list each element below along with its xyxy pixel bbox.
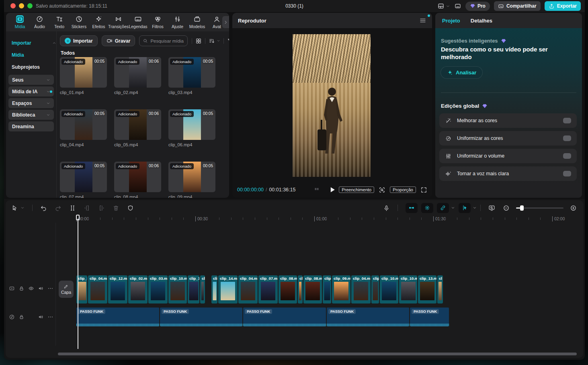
video-clip[interactable]: clip_03.m	[148, 275, 168, 303]
media-item[interactable]: Adicionado00:06clip_05.mp4	[114, 109, 161, 147]
zoom-in-button[interactable]	[570, 205, 577, 211]
chevron-down-icon[interactable]	[473, 206, 477, 210]
video-clip[interactable]: clip_12.m	[108, 275, 127, 303]
grid-view-icon[interactable]	[195, 38, 202, 44]
redo-button[interactable]	[55, 205, 61, 211]
video-clip[interactable]: cli	[211, 275, 217, 303]
edit-card-wand[interactable]: Melhorar as cores	[439, 113, 577, 128]
tab-filtros[interactable]: Filtros	[148, 15, 168, 29]
media-item[interactable]: Adicionado00:05clip_07.mp4	[60, 162, 107, 198]
share-button[interactable]: Compartilhar	[494, 1, 541, 11]
fullscreen-icon[interactable]	[420, 187, 427, 193]
split-clip-button[interactable]	[69, 205, 76, 211]
audio-clip[interactable]: PASSO FUNK	[327, 308, 409, 326]
sort-icon[interactable]	[209, 38, 215, 44]
edit-toggle[interactable]	[563, 118, 571, 123]
edit-toggle[interactable]	[563, 135, 571, 141]
mute-icon[interactable]	[38, 285, 44, 291]
preview-zoom-icon[interactable]	[488, 205, 495, 211]
filter-icon[interactable]	[227, 38, 229, 44]
audio-clip[interactable]: PASSO FUNK	[76, 308, 159, 326]
video-clip[interactable]: clip	[323, 275, 331, 303]
tab-efeitos[interactable]: Efeitos	[89, 15, 109, 29]
video-clip[interactable]: clip_08.m	[303, 275, 322, 303]
media-item[interactable]: Adicionado00:05clip_01.mp4	[60, 57, 107, 95]
video-clip[interactable]: cl	[437, 275, 443, 303]
edit-toggle[interactable]	[563, 171, 571, 176]
audio-clip[interactable]: PASSO FUNK	[410, 308, 449, 326]
edit-card-voice-clarity[interactable]: Tornar a voz mais clara	[439, 166, 577, 181]
timeline-ruler[interactable]: 00:0000:3001:0001:3002:00	[76, 215, 583, 223]
timeline-zoom-slider[interactable]	[516, 207, 563, 209]
mask-button[interactable]	[127, 205, 134, 211]
panels-icon[interactable]	[454, 2, 461, 10]
tab-modelos[interactable]: Modelos	[187, 15, 207, 29]
sidebar-item-espaços[interactable]: Espaços	[8, 98, 54, 108]
tab-ajuste[interactable]: Ajuste	[168, 15, 187, 29]
edit-card-volume-levels[interactable]: Uniformizar o volume	[439, 149, 577, 163]
video-clip[interactable]: clip_10.m	[399, 275, 417, 303]
analyze-button[interactable]: Analisar	[440, 66, 483, 79]
video-clip[interactable]: clip_04.m	[351, 275, 371, 303]
tab-details[interactable]: Detalhes	[471, 18, 492, 24]
media-search[interactable]	[139, 35, 188, 46]
chevron-down-icon[interactable]	[446, 4, 450, 8]
select-tool-icon[interactable]	[11, 205, 18, 211]
horizontal-scrollbar[interactable]	[58, 353, 577, 355]
edit-toggle[interactable]	[563, 153, 571, 159]
pro-button[interactable]: Pro	[465, 2, 490, 11]
export-button[interactable]: Exportar	[545, 1, 581, 11]
import-button[interactable]: Importar	[60, 35, 98, 46]
lock-icon[interactable]	[18, 285, 25, 291]
tabbar-overflow-button[interactable]	[222, 16, 229, 28]
cover-button[interactable]: Capa	[59, 281, 74, 298]
tab-transições[interactable]: Transições	[109, 15, 128, 29]
media-search-input[interactable]	[150, 39, 184, 43]
lock-icon[interactable]	[18, 314, 25, 320]
media-item[interactable]: Adicionado00:05clip_06.mp4	[168, 109, 215, 147]
video-clip[interactable]: cl	[298, 275, 303, 303]
link-clips-toggle[interactable]	[437, 203, 449, 213]
play-button[interactable]	[328, 186, 336, 194]
video-clip[interactable]: clip_07.m	[258, 275, 278, 303]
layout-icon[interactable]	[437, 2, 445, 10]
magnetic-timeline-toggle[interactable]	[406, 203, 418, 213]
player-menu-icon[interactable]	[419, 17, 426, 24]
media-item[interactable]: Adicionado00:05clip_09.mp4	[168, 162, 215, 198]
video-clip[interactable]: clip	[200, 275, 205, 303]
zoom-slider-knob[interactable]	[520, 205, 524, 211]
video-clip[interactable]: clip_04.m	[88, 275, 107, 303]
media-item[interactable]: Adicionado00:05clip_04.mp4	[60, 109, 107, 147]
chevron-down-icon[interactable]	[20, 206, 25, 210]
video-clip[interactable]: clip_13.m	[418, 275, 436, 303]
tab-áudio[interactable]: Áudio	[30, 15, 49, 29]
zoom-out-button[interactable]	[503, 205, 510, 211]
chevron-down-icon[interactable]	[451, 206, 455, 210]
mute-icon[interactable]	[38, 314, 44, 320]
more-options-icon[interactable]	[47, 314, 53, 320]
video-clip[interactable]: clip_14.m	[218, 275, 238, 303]
record-button[interactable]: Gravar	[102, 35, 135, 46]
delete-right-button[interactable]	[98, 205, 105, 211]
video-clip[interactable]: clip_10.m	[168, 275, 187, 303]
sidebar-item-mídia[interactable]: Mídia	[6, 49, 56, 61]
edit-card-color-match[interactable]: Uniformizar as cores	[439, 131, 577, 146]
auto-split-toggle[interactable]	[459, 203, 471, 213]
media-item[interactable]: Adicionado00:06clip_02.mp4	[114, 57, 161, 95]
fit-zoom-icon[interactable]	[379, 187, 385, 193]
video-clip[interactable]: clip_04.m	[238, 275, 258, 303]
sidebar-item-importar[interactable]: Importar	[6, 37, 56, 49]
preview-frames-icon[interactable]	[312, 187, 321, 193]
fill-mode-button[interactable]: Preenchimento	[339, 187, 374, 193]
visibility-icon[interactable]	[28, 285, 34, 291]
audio-clip[interactable]: PASSO FUNK	[160, 308, 242, 326]
video-clip[interactable]: clip_10.m	[380, 275, 398, 303]
sidebar-item-dreamina[interactable]: Dreamina	[8, 121, 54, 131]
delete-button[interactable]	[113, 205, 119, 211]
tab-project[interactable]: Projeto	[442, 18, 460, 24]
video-preview[interactable]	[293, 34, 371, 177]
sidebar-item-mídia-de-ia[interactable]: Mídia de IA	[8, 86, 54, 96]
sidebar-item-biblioteca[interactable]: Biblioteca	[8, 110, 54, 120]
sidebar-item-seus[interactable]: Seus	[8, 75, 54, 85]
media-item[interactable]: Adicionado00:05clip_03.mp4	[168, 57, 215, 95]
